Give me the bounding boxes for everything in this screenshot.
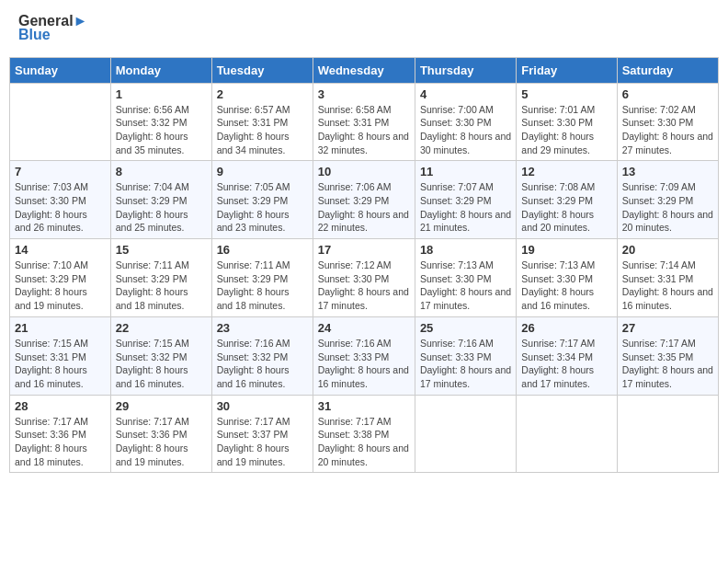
calendar-day-cell (415, 395, 516, 473)
calendar-week-row: 21Sunrise: 7:15 AMSunset: 3:31 PMDayligh… (10, 316, 719, 395)
day-number: 31 (318, 399, 410, 413)
day-info: Sunrise: 7:02 AMSunset: 3:30 PMDaylight:… (622, 103, 713, 157)
logo: General► Blue (18, 14, 87, 43)
day-info: Sunrise: 7:11 AMSunset: 3:29 PMDaylight:… (217, 259, 308, 313)
day-number: 6 (622, 87, 713, 101)
calendar-day-cell: 15Sunrise: 7:11 AMSunset: 3:29 PMDayligh… (110, 239, 211, 317)
logo-text-blue: Blue (18, 27, 87, 43)
page-header: General► Blue (9, 9, 719, 48)
day-number: 12 (521, 165, 611, 178)
day-info: Sunrise: 7:17 AMSunset: 3:34 PMDaylight:… (521, 337, 611, 391)
day-number: 22 (116, 321, 207, 335)
day-info: Sunrise: 7:15 AMSunset: 3:32 PMDaylight:… (116, 337, 207, 391)
day-info: Sunrise: 7:13 AMSunset: 3:30 PMDaylight:… (521, 259, 611, 313)
weekday-header-saturday: Saturday (617, 57, 718, 83)
day-info: Sunrise: 7:16 AMSunset: 3:33 PMDaylight:… (318, 337, 410, 391)
calendar-week-row: 14Sunrise: 7:10 AMSunset: 3:29 PMDayligh… (10, 239, 719, 317)
calendar-day-cell: 26Sunrise: 7:17 AMSunset: 3:34 PMDayligh… (517, 316, 617, 395)
day-number: 14 (15, 243, 106, 257)
calendar-day-cell: 11Sunrise: 7:07 AMSunset: 3:29 PMDayligh… (415, 161, 516, 239)
calendar-day-cell: 29Sunrise: 7:17 AMSunset: 3:36 PMDayligh… (110, 395, 211, 473)
calendar-day-cell: 23Sunrise: 7:16 AMSunset: 3:32 PMDayligh… (211, 316, 313, 395)
day-number: 3 (318, 87, 410, 101)
calendar-day-cell: 21Sunrise: 7:15 AMSunset: 3:31 PMDayligh… (10, 316, 111, 395)
day-number: 2 (217, 87, 308, 101)
calendar-day-cell (617, 395, 718, 473)
weekday-header-monday: Monday (110, 57, 211, 83)
day-info: Sunrise: 7:05 AMSunset: 3:29 PMDaylight:… (217, 180, 308, 235)
calendar-week-row: 1Sunrise: 6:56 AMSunset: 3:32 PMDaylight… (10, 83, 719, 161)
calendar-day-cell: 30Sunrise: 7:17 AMSunset: 3:37 PMDayligh… (211, 395, 313, 473)
day-info: Sunrise: 7:16 AMSunset: 3:33 PMDaylight:… (420, 337, 511, 391)
day-number: 15 (116, 243, 207, 257)
calendar-day-cell: 3Sunrise: 6:58 AMSunset: 3:31 PMDaylight… (313, 83, 415, 161)
calendar-day-cell: 16Sunrise: 7:11 AMSunset: 3:29 PMDayligh… (211, 239, 313, 317)
day-info: Sunrise: 6:57 AMSunset: 3:31 PMDaylight:… (217, 103, 308, 157)
day-number: 17 (318, 243, 410, 257)
day-info: Sunrise: 7:14 AMSunset: 3:31 PMDaylight:… (622, 259, 713, 313)
calendar-day-cell: 22Sunrise: 7:15 AMSunset: 3:32 PMDayligh… (110, 316, 211, 395)
calendar-day-cell: 4Sunrise: 7:00 AMSunset: 3:30 PMDaylight… (415, 83, 516, 161)
calendar-day-cell: 31Sunrise: 7:17 AMSunset: 3:38 PMDayligh… (313, 395, 415, 473)
calendar-day-cell: 24Sunrise: 7:16 AMSunset: 3:33 PMDayligh… (313, 316, 415, 395)
day-info: Sunrise: 6:58 AMSunset: 3:31 PMDaylight:… (318, 103, 410, 157)
calendar-day-cell: 17Sunrise: 7:12 AMSunset: 3:30 PMDayligh… (313, 239, 415, 317)
weekday-header-thursday: Thursday (415, 57, 516, 83)
day-number: 7 (15, 165, 106, 178)
calendar-week-row: 7Sunrise: 7:03 AMSunset: 3:30 PMDaylight… (10, 161, 719, 239)
day-number: 11 (420, 165, 511, 178)
day-info: Sunrise: 7:16 AMSunset: 3:32 PMDaylight:… (217, 337, 308, 391)
weekday-header-wednesday: Wednesday (313, 57, 415, 83)
day-info: Sunrise: 7:03 AMSunset: 3:30 PMDaylight:… (15, 180, 106, 235)
calendar-day-cell (517, 395, 617, 473)
day-info: Sunrise: 7:11 AMSunset: 3:29 PMDaylight:… (116, 259, 207, 313)
day-info: Sunrise: 7:01 AMSunset: 3:30 PMDaylight:… (521, 103, 611, 157)
day-number: 16 (217, 243, 308, 257)
calendar-day-cell: 6Sunrise: 7:02 AMSunset: 3:30 PMDaylight… (617, 83, 718, 161)
day-number: 23 (217, 321, 308, 335)
day-number: 30 (217, 399, 308, 413)
calendar-week-row: 28Sunrise: 7:17 AMSunset: 3:36 PMDayligh… (10, 395, 719, 473)
calendar-day-cell: 5Sunrise: 7:01 AMSunset: 3:30 PMDaylight… (517, 83, 617, 161)
day-number: 29 (116, 399, 207, 413)
calendar-day-cell: 14Sunrise: 7:10 AMSunset: 3:29 PMDayligh… (10, 239, 111, 317)
day-number: 26 (521, 321, 611, 335)
day-info: Sunrise: 7:17 AMSunset: 3:36 PMDaylight:… (15, 415, 106, 469)
calendar-day-cell: 10Sunrise: 7:06 AMSunset: 3:29 PMDayligh… (313, 161, 415, 239)
calendar-day-cell: 2Sunrise: 6:57 AMSunset: 3:31 PMDaylight… (211, 83, 313, 161)
calendar-day-cell: 20Sunrise: 7:14 AMSunset: 3:31 PMDayligh… (617, 239, 718, 317)
day-info: Sunrise: 7:04 AMSunset: 3:29 PMDaylight:… (116, 180, 207, 235)
day-number: 13 (622, 165, 713, 178)
calendar-day-cell: 8Sunrise: 7:04 AMSunset: 3:29 PMDaylight… (110, 161, 211, 239)
day-info: Sunrise: 7:12 AMSunset: 3:30 PMDaylight:… (318, 259, 410, 313)
day-info: Sunrise: 7:00 AMSunset: 3:30 PMDaylight:… (420, 103, 511, 157)
day-info: Sunrise: 6:56 AMSunset: 3:32 PMDaylight:… (116, 103, 207, 157)
day-number: 8 (116, 165, 207, 178)
day-number: 10 (318, 165, 410, 178)
calendar-day-cell: 9Sunrise: 7:05 AMSunset: 3:29 PMDaylight… (211, 161, 313, 239)
calendar-day-cell (10, 83, 111, 161)
calendar-table: SundayMondayTuesdayWednesdayThursdayFrid… (9, 57, 719, 474)
weekday-header-tuesday: Tuesday (211, 57, 313, 83)
calendar-day-cell: 1Sunrise: 6:56 AMSunset: 3:32 PMDaylight… (110, 83, 211, 161)
day-info: Sunrise: 7:06 AMSunset: 3:29 PMDaylight:… (318, 180, 410, 235)
calendar-day-cell: 13Sunrise: 7:09 AMSunset: 3:29 PMDayligh… (617, 161, 718, 239)
day-number: 28 (15, 399, 106, 413)
day-number: 25 (420, 321, 511, 335)
calendar-day-cell: 28Sunrise: 7:17 AMSunset: 3:36 PMDayligh… (10, 395, 111, 473)
day-info: Sunrise: 7:13 AMSunset: 3:30 PMDaylight:… (420, 259, 511, 313)
calendar-day-cell: 12Sunrise: 7:08 AMSunset: 3:29 PMDayligh… (517, 161, 617, 239)
logo-triangle-icon: ► (74, 13, 88, 29)
weekday-header-friday: Friday (517, 57, 617, 83)
day-info: Sunrise: 7:17 AMSunset: 3:35 PMDaylight:… (622, 337, 713, 391)
day-number: 21 (15, 321, 106, 335)
calendar-day-cell: 18Sunrise: 7:13 AMSunset: 3:30 PMDayligh… (415, 239, 516, 317)
calendar-day-cell: 25Sunrise: 7:16 AMSunset: 3:33 PMDayligh… (415, 316, 516, 395)
calendar-day-cell: 27Sunrise: 7:17 AMSunset: 3:35 PMDayligh… (617, 316, 718, 395)
day-info: Sunrise: 7:17 AMSunset: 3:38 PMDaylight:… (318, 415, 410, 469)
day-info: Sunrise: 7:17 AMSunset: 3:36 PMDaylight:… (116, 415, 207, 469)
day-number: 1 (116, 87, 207, 101)
day-info: Sunrise: 7:17 AMSunset: 3:37 PMDaylight:… (217, 415, 308, 469)
day-info: Sunrise: 7:10 AMSunset: 3:29 PMDaylight:… (15, 259, 106, 313)
day-info: Sunrise: 7:07 AMSunset: 3:29 PMDaylight:… (420, 180, 511, 235)
